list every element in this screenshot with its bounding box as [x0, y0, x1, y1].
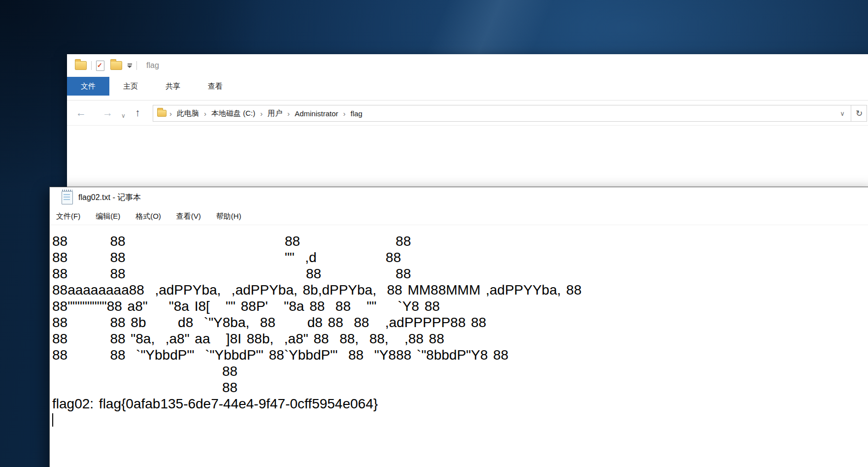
breadcrumb-item-2[interactable]: 用户 [266, 109, 284, 118]
ribbon-strip [67, 96, 868, 100]
notepad-icon [62, 191, 73, 204]
notepad-menubar: 文件(F)编辑(E)格式(O)查看(V)帮助(H) [50, 208, 868, 225]
notepad-title: flag02.txt - 记事本 [78, 193, 141, 203]
menu-item-2[interactable]: 格式(O) [135, 212, 161, 221]
titlebar-separator [91, 61, 92, 70]
breadcrumb-item-1[interactable]: 本地磁盘 (C:) [209, 109, 257, 118]
ribbon-tab-3[interactable]: 查看 [194, 77, 236, 96]
navigation-toolbar: ← → ∨ ↑ › 此电脑›本地磁盘 (C:)›用户›Administrator… [67, 100, 868, 126]
breadcrumb-separator: › [167, 109, 175, 118]
text-line-4: 88""""""""88 a8" "8a I8[ "" 88P' "8a 88 … [52, 298, 868, 314]
breadcrumb: › 此电脑›本地磁盘 (C:)›用户›Administrator›flag [153, 109, 834, 118]
dropdown-bar [128, 64, 132, 65]
breadcrumb-separator: › [257, 109, 266, 118]
desktop: { "explorer": { "title": "flag", "tabs":… [0, 0, 868, 467]
text-line-1: 88 88 "" ,d 88 [52, 249, 868, 266]
recent-locations-dropdown-icon[interactable]: ∨ [121, 108, 126, 123]
ribbon-tab-2[interactable]: 共享 [152, 77, 194, 96]
forward-button[interactable]: → [102, 105, 113, 120]
customize-toolbar-dropdown-icon[interactable] [127, 64, 132, 68]
menu-item-4[interactable]: 帮助(H) [216, 212, 241, 221]
notepad-lines: 88 88 88 8888 88 "" ,d 8888 88 88 8888aa… [52, 233, 868, 412]
text-line-8: 88 [52, 363, 868, 379]
text-line-2: 88 88 88 88 [52, 266, 868, 282]
breadcrumb-item-0[interactable]: 此电脑 [175, 109, 201, 118]
notepad-titlebar[interactable]: flag02.txt - 记事本 [50, 187, 868, 208]
notepad-text-area[interactable]: 88 88 88 8888 88 "" ,d 8888 88 88 8888aa… [50, 225, 868, 412]
refresh-icon[interactable]: ↻ [851, 105, 867, 121]
address-folder-icon [157, 110, 167, 117]
address-dropdown-icon[interactable]: ∨ [834, 110, 851, 117]
ribbon-tab-0[interactable]: 文件 [67, 77, 109, 96]
text-line-6: 88 88 "8a, ,a8" aa ]8I 88b, ,a8" 88 88, … [52, 331, 868, 347]
breadcrumb-item-4[interactable]: flag [349, 109, 365, 118]
text-line-0: 88 88 88 88 [52, 233, 868, 249]
explorer-window-icon [75, 61, 87, 70]
text-cursor [52, 413, 53, 427]
menu-item-0[interactable]: 文件(F) [56, 212, 80, 221]
dropdown-arrow [127, 66, 132, 68]
up-button[interactable]: ↑ [135, 105, 140, 120]
breadcrumb-separator: › [340, 109, 349, 118]
menu-item-3[interactable]: 查看(V) [176, 212, 201, 221]
breadcrumb-item-3[interactable]: Administrator [293, 109, 340, 118]
explorer-titlebar[interactable]: flag [67, 54, 868, 77]
address-bar[interactable]: › 此电脑›本地磁盘 (C:)›用户›Administrator›flag ∨ … [153, 105, 867, 122]
text-line-7: 88 88 `"YbbdP"' `"YbbdP"' 88`YbbdP"' 88 … [52, 347, 868, 363]
ribbon-tabs: 文件主页共享查看 [67, 77, 868, 96]
text-line-10: flag02: flag{0afab135-6de7-44e4-9f47-0cf… [52, 396, 868, 412]
window-title: flag [146, 61, 159, 70]
notepad-window: flag02.txt - 记事本 文件(F)编辑(E)格式(O)查看(V)帮助(… [49, 187, 868, 467]
text-line-9: 88 [52, 379, 868, 396]
breadcrumb-separator: › [201, 109, 209, 118]
text-line-3: 88aaaaaaaa88 ,adPPYba, ,adPPYba, 8b,dPPY… [52, 282, 868, 298]
properties-icon[interactable] [96, 61, 104, 71]
text-line-5: 88 88 8b d8 `"Y8ba, 88 d8 88 88 ,adPPPPP… [52, 314, 868, 331]
back-button[interactable]: ← [76, 105, 86, 120]
menu-item-1[interactable]: 编辑(E) [96, 212, 120, 221]
breadcrumb-items: 此电脑›本地磁盘 (C:)›用户›Administrator›flag [175, 109, 365, 118]
titlebar-separator [136, 61, 137, 70]
ribbon-tab-1[interactable]: 主页 [109, 77, 152, 96]
breadcrumb-separator: › [284, 109, 293, 118]
new-folder-icon[interactable] [110, 61, 122, 70]
